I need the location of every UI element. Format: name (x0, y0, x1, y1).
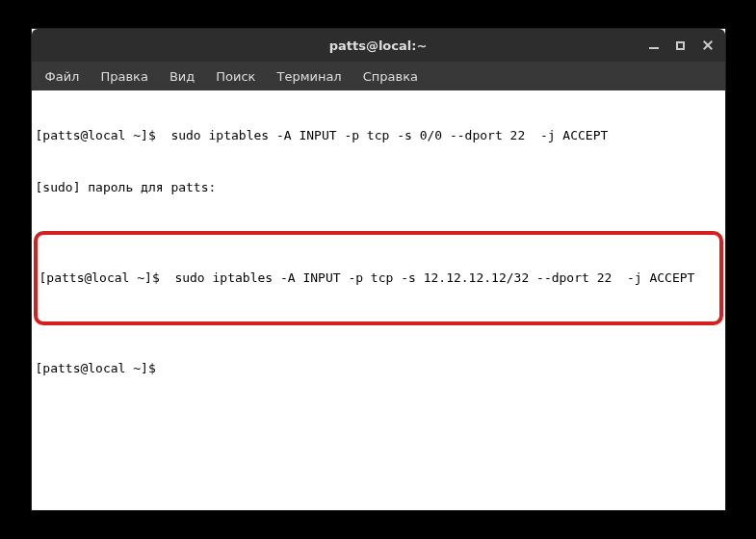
menubar: Файл Правка Вид Поиск Терминал Справка (32, 62, 725, 90)
close-icon (702, 39, 714, 51)
terminal-window: patts@local:~ Файл Правка Вид Поиск Терм… (32, 29, 725, 510)
terminal-content[interactable]: [patts@local ~]$ sudo iptables -A INPUT … (32, 90, 725, 510)
window-controls (642, 29, 719, 62)
terminal-line: [sudo] пароль для patts: (36, 179, 721, 196)
window-title: patts@local:~ (329, 38, 428, 53)
minimize-icon (649, 47, 659, 49)
menu-view[interactable]: Вид (160, 65, 204, 88)
menu-help[interactable]: Справка (353, 65, 428, 88)
titlebar[interactable]: patts@local:~ (32, 29, 725, 62)
terminal-line-highlighted: [patts@local ~]$ sudo iptables -A INPUT … (39, 270, 717, 287)
terminal-prompt: [patts@local ~]$ (36, 360, 721, 377)
maximize-button[interactable] (669, 34, 692, 57)
maximize-icon (676, 41, 685, 50)
menu-edit[interactable]: Правка (91, 65, 157, 88)
minimize-button[interactable] (642, 34, 665, 57)
close-button[interactable] (696, 34, 719, 57)
menu-terminal[interactable]: Терминал (267, 65, 351, 88)
highlight-annotation: [patts@local ~]$ sudo iptables -A INPUT … (34, 231, 723, 325)
terminal-line: [patts@local ~]$ sudo iptables -A INPUT … (36, 127, 721, 144)
menu-search[interactable]: Поиск (206, 65, 265, 88)
menu-file[interactable]: Файл (36, 65, 90, 88)
